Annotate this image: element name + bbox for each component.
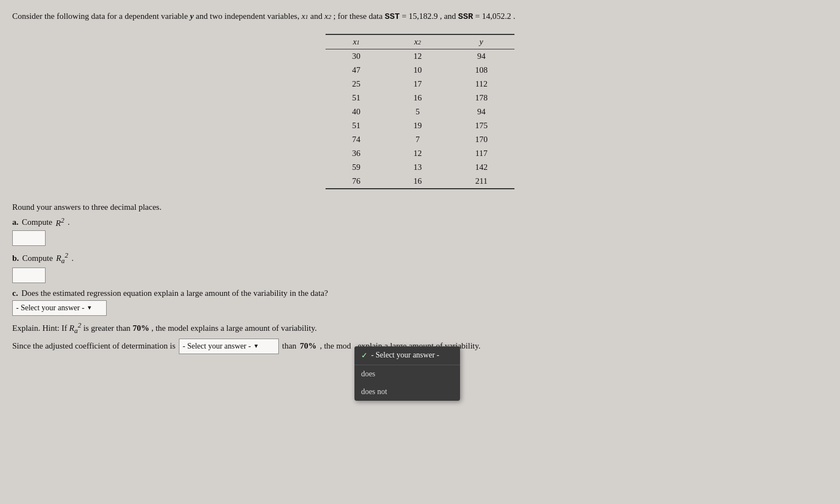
since-select[interactable]: - Select your answer - ▾ xyxy=(179,339,279,354)
table-cell: 178 xyxy=(448,91,514,105)
table-cell: 94 xyxy=(448,105,514,119)
and-text: and two independent variables, xyxy=(196,12,299,21)
table-row: 5913142 xyxy=(326,160,514,174)
table-row: 2517112 xyxy=(326,77,514,91)
since-select-label: - Select your answer - xyxy=(183,342,251,351)
dropdown-item-does-not[interactable]: does not xyxy=(354,383,460,401)
part-a-section: a. Compute R2 . xyxy=(12,216,828,246)
table-cell: 12 xyxy=(387,147,448,160)
dropdown-popup: ✓ - Select your answer - does does not xyxy=(354,346,460,401)
table-cell: 94 xyxy=(448,49,514,63)
col-header-y: y xyxy=(448,34,514,49)
part-a-var: R2 xyxy=(56,216,64,228)
table-row: 5116178 xyxy=(326,91,514,105)
table-cell: 112 xyxy=(448,77,514,91)
part-b-line: b. Compute Ra2 . xyxy=(12,251,828,265)
part-b-compute: Compute xyxy=(22,254,53,263)
table-cell: 13 xyxy=(387,160,448,174)
dropdown-item-does[interactable]: does xyxy=(354,365,460,383)
table-row: 747170 xyxy=(326,133,514,147)
table-cell: 76 xyxy=(326,174,387,189)
table-cell: 7 xyxy=(387,133,448,147)
table-cell: 30 xyxy=(326,49,387,63)
part-a-label: a. xyxy=(12,218,18,227)
table-cell: 19 xyxy=(387,119,448,133)
table-cell: 47 xyxy=(326,63,387,77)
table-row: 301294 xyxy=(326,49,514,63)
since-mid: than xyxy=(282,341,297,351)
part-c-text: Does the estimated regression equation e… xyxy=(21,289,328,298)
and-connector: and xyxy=(311,12,324,21)
y-variable: y xyxy=(190,12,194,21)
equals1: = xyxy=(402,12,408,21)
since-pre: Since the adjusted coefficient of determ… xyxy=(12,341,176,351)
part-a-input[interactable] xyxy=(12,230,46,246)
equals2: = xyxy=(475,12,482,21)
sst-value: 15,182.9 xyxy=(408,12,438,21)
table-cell: 17 xyxy=(387,77,448,91)
check-icon: ✓ xyxy=(361,351,368,360)
since-section: Since the adjusted coefficient of determ… xyxy=(12,339,828,354)
part-b-var: Ra2 xyxy=(56,251,68,265)
part-b-label: b. xyxy=(12,254,19,263)
table-cell: 59 xyxy=(326,160,387,174)
semicolon: ; for these data xyxy=(333,12,384,21)
x1-variable: x1 xyxy=(302,12,308,21)
round-note: Round your answers to three decimal plac… xyxy=(12,203,828,212)
table-row: 5119175 xyxy=(326,119,514,133)
table-row: 7616211 xyxy=(326,174,514,189)
part-c-chevron: ▾ xyxy=(88,304,91,312)
table-cell: 5 xyxy=(387,105,448,119)
table-cell: 108 xyxy=(448,63,514,77)
hint-pre: Explain. Hint: If xyxy=(12,324,67,332)
part-b-input[interactable] xyxy=(12,268,46,283)
table-cell: 74 xyxy=(326,133,387,147)
table-cell: 51 xyxy=(326,91,387,105)
table-cell: 142 xyxy=(448,160,514,174)
table-cell: 51 xyxy=(326,119,387,133)
since-pct: 70% xyxy=(300,341,317,351)
part-a-dot: . xyxy=(68,218,70,227)
problem-statement: Consider the following data for a depend… xyxy=(12,10,828,24)
ssr-label: SSR xyxy=(458,12,473,22)
part-c-select-label: - Select your answer - xyxy=(16,304,84,313)
since-post: , the mod xyxy=(320,341,351,351)
part-a-input-wrapper xyxy=(12,230,828,246)
table-cell: 36 xyxy=(326,147,387,160)
part-c-label: c. xyxy=(12,289,18,298)
part-c-section: c. Does the estimated regression equatio… xyxy=(12,289,828,316)
dropdown-header[interactable]: ✓ - Select your answer - xyxy=(354,346,460,365)
table-cell: 16 xyxy=(387,91,448,105)
comma-sep: , and xyxy=(440,12,458,21)
table-cell: 170 xyxy=(448,133,514,147)
hint-post: , the model explains a large amount of v… xyxy=(151,324,317,332)
since-chevron: ▾ xyxy=(254,342,258,350)
intro-text: Consider the following data for a depend… xyxy=(12,12,188,21)
table-cell: 16 xyxy=(387,174,448,189)
part-a-compute: Compute xyxy=(22,218,52,227)
hint-mid: is greater than xyxy=(83,324,131,332)
dropdown-header-label: - Select your answer - xyxy=(371,351,439,360)
col-header-x1: x1 xyxy=(326,34,387,49)
table-cell: 175 xyxy=(448,119,514,133)
hint-pct: 70% xyxy=(133,324,149,332)
table-row: 40594 xyxy=(326,105,514,119)
table-cell: 211 xyxy=(448,174,514,189)
period1: . xyxy=(513,12,516,21)
col-header-x2: x2 xyxy=(387,34,448,49)
table-cell: 40 xyxy=(326,105,387,119)
part-b-section: b. Compute Ra2 . xyxy=(12,251,828,283)
part-b-dot: . xyxy=(72,254,74,263)
table-row: 4710108 xyxy=(326,63,514,77)
sst-label: SST xyxy=(384,12,399,22)
ssr-value: 14,052.2 xyxy=(482,12,512,21)
part-a-line: a. Compute R2 . xyxy=(12,216,828,228)
table-cell: 117 xyxy=(448,147,514,160)
data-table: x1 x2 y 30129447101082517112511617840594… xyxy=(326,34,514,189)
table-row: 3612117 xyxy=(326,147,514,160)
x2-variable: x2 xyxy=(324,12,331,21)
table-cell: 25 xyxy=(326,77,387,91)
part-c-line: c. Does the estimated regression equatio… xyxy=(12,289,828,298)
part-c-select[interactable]: - Select your answer - ▾ xyxy=(12,300,107,316)
table-cell: 10 xyxy=(387,63,448,77)
